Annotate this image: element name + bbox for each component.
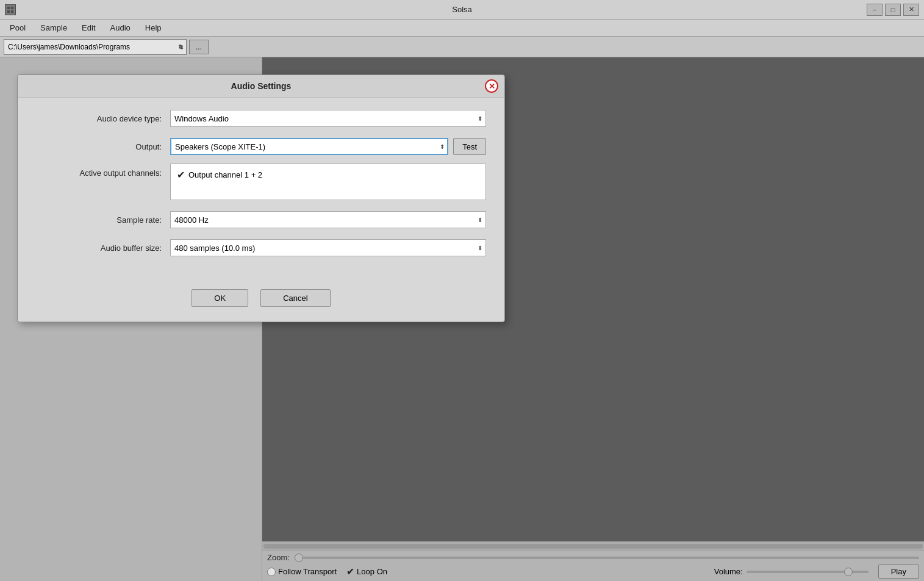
modal-overlay: Audio Settings ✕ Audio device type: Wind… <box>0 0 924 581</box>
channel-box: ✔ Output channel 1 + 2 <box>170 164 486 200</box>
channel-item[interactable]: ✔ Output channel 1 + 2 <box>177 169 262 181</box>
audio-settings-dialog: Audio Settings ✕ Audio device type: Wind… <box>17 74 505 322</box>
audio-device-type-select[interactable]: Windows Audio ASIO CoreAudio <box>170 110 486 127</box>
active-channels-row: Active output channels: ✔ Output channel… <box>36 164 486 200</box>
output-select[interactable]: Speakers (Scope XITE-1) Default Output H… <box>170 138 448 155</box>
buffer-size-label: Audio buffer size: <box>36 244 170 253</box>
audio-device-type-select-wrapper: Windows Audio ASIO CoreAudio <box>170 110 486 127</box>
test-button[interactable]: Test <box>453 138 486 155</box>
ok-button[interactable]: OK <box>192 289 248 307</box>
output-label: Output: <box>36 142 170 151</box>
channel-checkmark-icon: ✔ <box>177 169 185 181</box>
dialog-close-button[interactable]: ✕ <box>485 79 498 93</box>
buffer-size-select[interactable]: 240 samples (5.0 ms) 480 samples (10.0 m… <box>170 239 486 256</box>
output-row: Output: Speakers (Scope XITE-1) Default … <box>36 138 486 155</box>
sample-rate-select-wrapper: 44100 Hz 48000 Hz 96000 Hz <box>170 211 486 228</box>
cancel-button[interactable]: Cancel <box>260 289 330 307</box>
sample-rate-label: Sample rate: <box>36 215 170 225</box>
buffer-size-row: Audio buffer size: 240 samples (5.0 ms) … <box>36 239 486 256</box>
buffer-size-select-wrapper: 240 samples (5.0 ms) 480 samples (10.0 m… <box>170 239 486 256</box>
dialog-footer: OK Cancel <box>18 280 504 322</box>
dialog-body: Audio device type: Windows Audio ASIO Co… <box>18 98 504 280</box>
dialog-header: Audio Settings ✕ <box>18 75 504 98</box>
sample-rate-row: Sample rate: 44100 Hz 48000 Hz 96000 Hz <box>36 211 486 228</box>
active-channels-label: Active output channels: <box>36 168 170 178</box>
audio-device-type-row: Audio device type: Windows Audio ASIO Co… <box>36 110 486 127</box>
sample-rate-select[interactable]: 44100 Hz 48000 Hz 96000 Hz <box>170 211 486 228</box>
audio-device-type-label: Audio device type: <box>36 114 170 123</box>
output-select-wrapper: Speakers (Scope XITE-1) Default Output H… <box>170 138 448 155</box>
dialog-title: Audio Settings <box>231 81 292 91</box>
channel-name: Output channel 1 + 2 <box>188 170 262 179</box>
